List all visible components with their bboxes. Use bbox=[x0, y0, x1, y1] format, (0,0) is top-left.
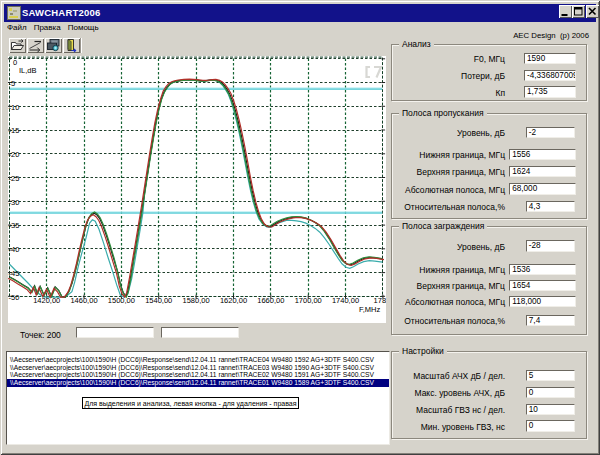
svg-text:-10: -10 bbox=[9, 103, 20, 112]
svg-text:1460,00: 1460,00 bbox=[70, 296, 97, 305]
svg-text:-25: -25 bbox=[9, 174, 20, 183]
svg-text:-40: -40 bbox=[9, 245, 20, 254]
svg-text:1500,00: 1500,00 bbox=[108, 296, 135, 305]
svg-text:1740,00: 1740,00 bbox=[332, 296, 359, 305]
svg-text:1420,00: 1420,00 bbox=[33, 296, 60, 305]
svg-text:0: 0 bbox=[13, 58, 17, 67]
svg-text:1660,00: 1660,00 bbox=[257, 296, 284, 305]
svg-text:1580,00: 1580,00 bbox=[183, 296, 210, 305]
svg-text:-30: -30 bbox=[9, 198, 20, 207]
svg-text:F,MHz: F,MHz bbox=[359, 305, 380, 314]
svg-text:-15: -15 bbox=[9, 126, 20, 135]
svg-text:-20: -20 bbox=[9, 150, 20, 159]
svg-text:-5: -5 bbox=[9, 79, 16, 88]
svg-text:IL,dB: IL,dB bbox=[19, 66, 37, 75]
svg-text:1620,00: 1620,00 bbox=[220, 296, 247, 305]
svg-text:-35: -35 bbox=[9, 221, 20, 230]
svg-text:1700,00: 1700,00 bbox=[295, 296, 322, 305]
svg-text:-50: -50 bbox=[9, 293, 20, 302]
svg-text:-45: -45 bbox=[9, 269, 20, 278]
svg-text:1540,00: 1540,00 bbox=[145, 296, 172, 305]
